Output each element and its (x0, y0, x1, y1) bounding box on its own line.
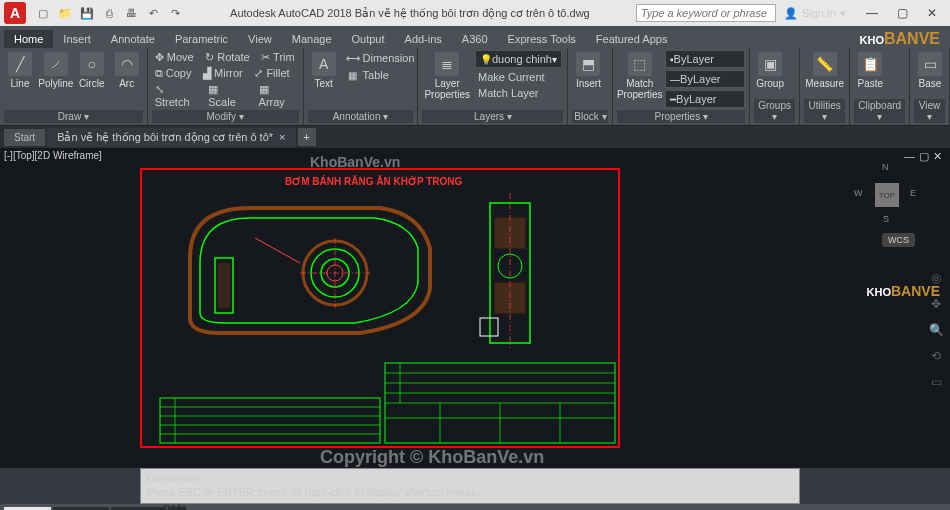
nav-e[interactable]: E (910, 188, 916, 198)
base-button[interactable]: ▭Base (914, 50, 946, 91)
viewcube[interactable]: TOP N S E W (850, 158, 920, 228)
maximize-button[interactable]: ▢ (888, 3, 916, 23)
base-icon: ▭ (918, 52, 942, 76)
viewport-label[interactable]: [-][Top][2D Wireframe] (4, 150, 102, 161)
text-button[interactable]: AText (308, 50, 340, 91)
vp-close-icon[interactable]: ✕ (933, 150, 942, 163)
orbit-icon[interactable]: ⟲ (926, 346, 946, 366)
nav-n[interactable]: N (882, 162, 889, 172)
tab-parametric[interactable]: Parametric (165, 30, 238, 48)
line-button[interactable]: ╱Line (4, 50, 36, 91)
linetype-dropdown[interactable]: ━ ByLayer (665, 90, 745, 108)
svg-line-6 (255, 238, 300, 263)
group-button[interactable]: ▣Group (754, 50, 786, 91)
modify-row1[interactable]: ✥ Move ↻ Rotate ✂ Trim (152, 50, 298, 65)
tab-express[interactable]: Express Tools (498, 30, 586, 48)
svg-rect-14 (480, 318, 498, 336)
close-tab-icon[interactable]: × (279, 131, 285, 143)
layer-props-button[interactable]: ≣Layer Properties (422, 50, 472, 102)
tab-annotate[interactable]: Annotate (101, 30, 165, 48)
measure-button[interactable]: 📏Measure (804, 50, 845, 91)
make-current-button[interactable]: Make Current (475, 70, 562, 84)
watermark-logo-2: KHOBANVE (867, 283, 940, 299)
arc-icon: ◠ (115, 52, 139, 76)
save-icon[interactable]: 💾 (78, 4, 96, 22)
panel-clipboard: 📋Paste Clipboard ▾ (850, 48, 910, 125)
tab-addins[interactable]: Add-ins (395, 30, 452, 48)
panel-block-label[interactable]: Block ▾ (572, 110, 608, 123)
insert-button[interactable]: ⬒Insert (572, 50, 604, 91)
new-icon[interactable]: ▢ (34, 4, 52, 22)
panel-properties-label[interactable]: Properties ▾ (617, 110, 745, 123)
zoom-icon[interactable]: 🔍 (926, 320, 946, 340)
panel-draw-label[interactable]: Draw ▾ (4, 110, 143, 123)
panel-block: ⬒Insert Block ▾ (568, 48, 613, 125)
circle-button[interactable]: ○Circle (76, 50, 108, 91)
cmd-history-2: Press ESC or ENTER to exit, or right-cli… (147, 485, 793, 499)
showmotion-icon[interactable]: ▭ (926, 372, 946, 392)
command-input[interactable] (163, 503, 793, 510)
modify-row3[interactable]: ⤡ Stretch ▦ Scale ▦ Array (152, 82, 299, 109)
minimize-button[interactable]: — (858, 3, 886, 23)
modify-row2[interactable]: ⧉ Copy ▟ Mirror ⤢ Fillet (152, 66, 293, 81)
vp-max-icon[interactable]: ▢ (919, 150, 929, 163)
tab-output[interactable]: Output (342, 30, 395, 48)
print-icon[interactable]: 🖶 (122, 4, 140, 22)
undo-icon[interactable]: ↶ (144, 4, 162, 22)
polyline-button[interactable]: ⟋Polyline (39, 50, 73, 91)
tab-a360[interactable]: A360 (452, 30, 498, 48)
panel-utilities-label[interactable]: Utilities ▾ (804, 99, 845, 123)
panel-view: ▭Base View ▾ (910, 48, 950, 125)
ribbon-tabs: Home Insert Annotate Parametric View Man… (0, 26, 950, 48)
signin-button[interactable]: 👤Sign In▾ (784, 7, 846, 20)
svg-rect-15 (160, 398, 380, 443)
paste-icon: 📋 (858, 52, 882, 76)
panel-properties: ⬚Match Properties ▪ ByLayer — ByLayer ━ … (613, 48, 750, 125)
panel-draw: ╱Line ⟋Polyline ○Circle ◠Arc Draw ▾ (0, 48, 148, 125)
nav-w[interactable]: W (854, 188, 863, 198)
layout-2[interactable]: Layout2 (111, 507, 167, 511)
file-tab-active[interactable]: Bản vẽ hệ thống bôi trơn động cơ trên ô … (47, 128, 295, 147)
panel-groups-label[interactable]: Groups ▾ (754, 99, 795, 123)
arc-button[interactable]: ◠Arc (111, 50, 143, 91)
tab-home[interactable]: Home (4, 30, 53, 48)
group-icon: ▣ (758, 52, 782, 76)
dimension-button[interactable]: ⟷Dimension (343, 50, 418, 66)
tab-manage[interactable]: Manage (282, 30, 342, 48)
tab-insert[interactable]: Insert (53, 30, 101, 48)
tab-view[interactable]: View (238, 30, 282, 48)
panel-view-label[interactable]: View ▾ (914, 99, 945, 123)
pump-section-view (460, 188, 560, 358)
lineweight-dropdown[interactable]: — ByLayer (665, 70, 745, 88)
panel-clipboard-label[interactable]: Clipboard ▾ (854, 99, 905, 123)
open-icon[interactable]: 📁 (56, 4, 74, 22)
file-tab-start[interactable]: Start (4, 129, 45, 146)
titlebar: A ▢ 📁 💾 ⎙ 🖶 ↶ ↷ Autodesk AutoCAD 2018 Bả… (0, 0, 950, 26)
layer-dropdown[interactable]: 💡 duong chinh ▾ (475, 50, 562, 68)
layout-1[interactable]: Layout1 (53, 507, 109, 511)
title-block (160, 363, 615, 443)
paste-button[interactable]: 📋Paste (854, 50, 886, 91)
tab-featured[interactable]: Featured Apps (586, 30, 678, 48)
layout-add-button[interactable]: + (168, 507, 186, 511)
redo-icon[interactable]: ↷ (166, 4, 184, 22)
nav-s[interactable]: S (883, 214, 889, 224)
layout-model[interactable]: Model (4, 507, 51, 511)
viewport[interactable]: [-][Top][2D Wireframe] — ▢ ✕ KHOBANVE BƠ… (0, 148, 950, 468)
table-button[interactable]: ▦Table (343, 67, 418, 83)
wcs-badge[interactable]: WCS (882, 233, 915, 247)
panel-modify-label[interactable]: Modify ▾ (152, 110, 299, 123)
panel-layers-label[interactable]: Layers ▾ (422, 110, 563, 123)
command-line[interactable]: Command: Press ESC or ENTER to exit, or … (140, 468, 800, 504)
match-props-button[interactable]: ⬚Match Properties (617, 50, 662, 102)
saveas-icon[interactable]: ⎙ (100, 4, 118, 22)
help-search-input[interactable] (636, 4, 776, 22)
close-button[interactable]: ✕ (918, 3, 946, 23)
new-tab-button[interactable]: + (298, 128, 316, 146)
panel-annotation-label[interactable]: Annotation ▾ (308, 110, 414, 123)
viewcube-top[interactable]: TOP (875, 183, 899, 207)
app-logo[interactable]: A (4, 2, 26, 24)
color-dropdown[interactable]: ▪ ByLayer (665, 50, 745, 68)
dimension-icon: ⟷ (346, 51, 360, 65)
match-layer-button[interactable]: Match Layer (475, 86, 562, 100)
